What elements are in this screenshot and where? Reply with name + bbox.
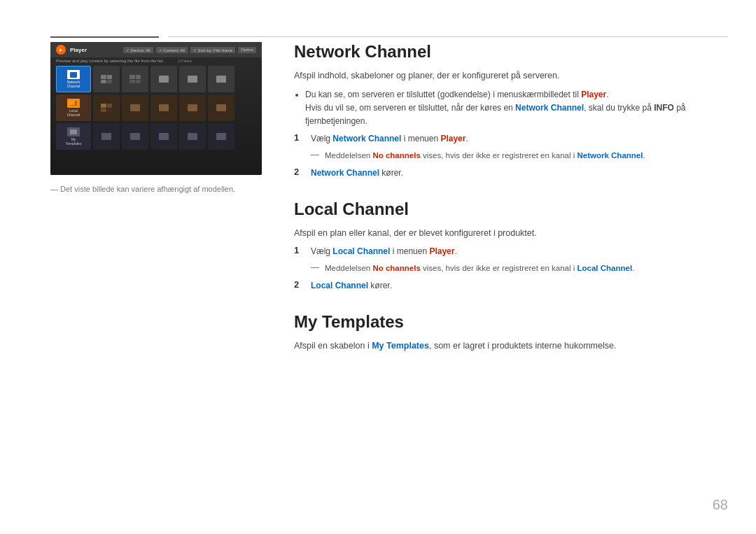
cell-1-4	[150, 66, 177, 92]
network-step-1: 1 Vælg Network Channel i menuen Player.	[294, 132, 728, 146]
note-text-1: Meddelelsen No channels vises, hvis der …	[325, 150, 645, 162]
ctrl-content: ✓ Content: All	[156, 47, 188, 53]
local-channel-title: Local Channel	[294, 199, 728, 220]
cell-2-6	[208, 94, 234, 121]
network-icon	[67, 70, 80, 79]
network-channel-title: Network Channel	[294, 42, 728, 62]
templates-label: MyTemplates	[66, 138, 82, 146]
cell-1-3	[122, 66, 148, 92]
step-number-1: 1	[294, 132, 304, 143]
local-step-1: 1 Vælg Local Channel i menuen Player.	[294, 245, 728, 258]
page-number: 68	[713, 497, 728, 513]
local-icon	[67, 99, 80, 108]
player-subtitle: Preview and play content by selecting th…	[50, 57, 262, 64]
highlight-player-step1: Player	[440, 134, 465, 143]
highlight-nc-step1: Network Channel	[332, 134, 401, 143]
cell-2-4	[150, 94, 177, 121]
local-note-text: Meddelelsen No channels vises, hvis der …	[325, 262, 634, 274]
local-channel-desc: Afspil en plan eller kanal, der er bleve…	[294, 227, 728, 240]
section-local-channel: Local Channel Afspil en plan eller kanal…	[294, 199, 728, 293]
left-panel: ▶ Player ✓ Device: All ✓ Content: All ✓ …	[50, 42, 267, 194]
screenshot-container: ▶ Player ✓ Device: All ✓ Content: All ✓ …	[50, 42, 262, 175]
cell-1-6	[208, 66, 234, 92]
highlight-lc-note1: Local Channel	[578, 264, 633, 272]
section-my-templates: My Templates Afspil en skabelon i My Tem…	[294, 312, 728, 353]
local-channel-cell: LocalChannel	[56, 94, 91, 121]
templates-icon	[67, 127, 80, 136]
cell-2-2	[93, 94, 120, 121]
cell-3-6	[208, 123, 234, 150]
local-step-2-text: Local Channel kører.	[311, 279, 392, 293]
note-dash-1: ―	[311, 150, 319, 160]
highlight-my-templates: My Templates	[372, 341, 429, 351]
my-templates-cell: MyTemplates	[56, 123, 91, 150]
ctrl-sort: ✓ Sort by: File Name	[190, 47, 235, 53]
screenshot-caption: ― Det viste billede kan variere afhængig…	[50, 183, 267, 194]
highlight-no-channels-1: No channels	[372, 151, 420, 160]
grid-row-network: NetworkChannel	[56, 66, 256, 92]
ctrl-option: Option	[238, 47, 256, 53]
network-label: NetworkChannel	[67, 80, 80, 88]
grid-row-local: LocalChannel	[56, 94, 256, 121]
player-logo: ▶	[56, 45, 66, 55]
network-step-2: 2 Network Channel kører.	[294, 167, 728, 180]
player-ui: ▶ Player ✓ Device: All ✓ Content: All ✓ …	[50, 42, 262, 175]
step-1-text: Vælg Network Channel i menuen Player.	[311, 132, 468, 146]
local-label: LocalChannel	[67, 109, 80, 117]
top-line-right	[168, 36, 728, 37]
ctrl-device: ✓ Device: All	[123, 47, 153, 53]
bullet-item-1: Du kan se, om serveren er tilsluttet (go…	[305, 88, 728, 129]
highlight-player-local-step1: Player	[429, 246, 454, 256]
cell-2-3	[122, 94, 148, 121]
cell-1-2	[93, 66, 120, 92]
player-grid: NetworkChannel	[50, 64, 262, 151]
grid-row-templates: MyTemplates	[56, 123, 256, 150]
network-channel-desc: Afspil indhold, skabeloner og planer, de…	[294, 69, 728, 83]
highlight-no-channels-2: No channels	[372, 264, 420, 272]
player-topbar: ▶ Player ✓ Device: All ✓ Content: All ✓ …	[50, 42, 262, 57]
player-ui-title: Player	[70, 47, 87, 53]
highlight-lc-step2: Local Channel	[311, 281, 368, 290]
highlight-nc-step2: Network Channel	[311, 168, 379, 178]
network-channel-cell-selected: NetworkChannel	[56, 66, 91, 92]
section-network-channel: Network Channel Afspil indhold, skabelon…	[294, 42, 728, 180]
player-controls: ✓ Device: All ✓ Content: All ✓ Sort by: …	[123, 47, 256, 53]
cell-3-4	[150, 123, 177, 150]
highlight-nc-note1: Network Channel	[578, 151, 643, 160]
my-templates-title: My Templates	[294, 312, 728, 332]
cell-1-5	[179, 66, 206, 92]
local-step-2: 2 Local Channel kører.	[294, 279, 728, 293]
highlight-info: INFO	[654, 103, 674, 113]
local-step-number-1: 1	[294, 245, 304, 255]
cell-3-5	[179, 123, 206, 150]
right-panel: Network Channel Afspil indhold, skabelon…	[294, 42, 728, 372]
local-step-number-2: 2	[294, 279, 304, 290]
highlight-lc-step1: Local Channel	[332, 246, 390, 256]
cell-3-2	[93, 123, 120, 150]
my-templates-desc: Afspil en skabelon i My Templates, som e…	[294, 339, 728, 353]
network-channel-bullets: Du kan se, om serveren er tilsluttet (go…	[305, 88, 728, 129]
highlight-player-1: Player	[581, 90, 606, 99]
cell-2-5	[179, 94, 206, 121]
local-step-1-text: Vælg Local Channel i menuen Player.	[311, 245, 457, 258]
local-note-dash: ―	[311, 262, 319, 272]
local-note-1: ― Meddelelsen No channels vises, hvis de…	[311, 262, 728, 274]
step-2-text: Network Channel kører.	[311, 167, 403, 180]
highlight-network-channel-1: Network Channel	[515, 103, 584, 113]
cell-3-3	[122, 123, 148, 150]
network-note-1: ― Meddelelsen No channels vises, hvis de…	[311, 150, 728, 162]
step-number-2: 2	[294, 167, 304, 177]
top-line-left	[50, 36, 159, 38]
